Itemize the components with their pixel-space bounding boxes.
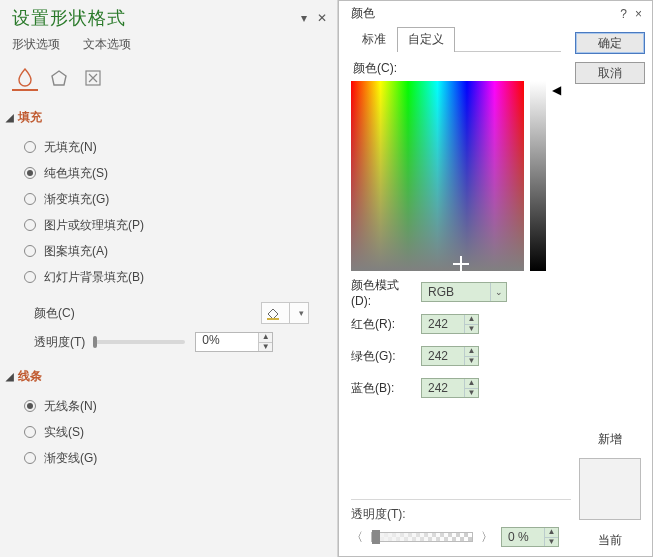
fill-section-title: 填充 bbox=[18, 109, 42, 126]
color-mode-row: 颜色模式(D): RGB ⌄ bbox=[351, 281, 561, 303]
close-icon[interactable]: × bbox=[635, 7, 642, 21]
effects-icon[interactable] bbox=[46, 65, 72, 91]
line-option-none[interactable]: 无线条(N) bbox=[24, 393, 337, 419]
svg-marker-0 bbox=[52, 71, 66, 85]
dialog-transparency-label: 透明度(T): bbox=[351, 506, 559, 523]
preview-current-swatch bbox=[580, 489, 640, 519]
dialog-transparency-input[interactable]: 0 % ▲▼ bbox=[501, 527, 559, 547]
fill-transparency-row: 透明度(T) 0% ▲▼ bbox=[0, 328, 337, 362]
fill-options: 无填充(N) 纯色填充(S) 渐变填充(G) 图片或纹理填充(P) 图案填充(A… bbox=[0, 132, 337, 298]
spin-down-icon[interactable]: ▼ bbox=[258, 342, 272, 351]
category-icons bbox=[0, 61, 337, 103]
svg-rect-2 bbox=[267, 318, 279, 320]
preview-new-swatch bbox=[580, 459, 640, 489]
preview-current-label: 当前 bbox=[598, 532, 622, 549]
preview-new-label: 新增 bbox=[598, 423, 622, 448]
spin-up-icon[interactable]: ▲ bbox=[464, 347, 478, 356]
ok-button[interactable]: 确定 bbox=[575, 32, 645, 54]
red-input[interactable]: 242 ▲▼ bbox=[421, 314, 479, 334]
help-icon[interactable]: ? bbox=[620, 7, 627, 21]
format-shape-pane: 设置形状格式 ▾ ✕ 形状选项 文本选项 ◢ 填充 无填充(N) 纯色填充(S)… bbox=[0, 0, 338, 557]
green-input[interactable]: 242 ▲▼ bbox=[421, 346, 479, 366]
spin-up-icon[interactable]: ▲ bbox=[258, 333, 272, 342]
slider-thumb[interactable] bbox=[372, 530, 380, 544]
dialog-main: 标准 自定义 颜色(C): ◀ 颜色模式(D): RGB ⌄ bbox=[339, 26, 569, 555]
color-field[interactable] bbox=[351, 81, 524, 271]
dialog-side: 确定 取消 新增 当前 bbox=[568, 26, 652, 555]
fill-option-pattern[interactable]: 图案填充(A) bbox=[24, 238, 337, 264]
spin-up-icon[interactable]: ▲ bbox=[544, 528, 558, 537]
value-slider[interactable] bbox=[530, 81, 546, 271]
chevron-down-icon: ▾ bbox=[299, 308, 304, 318]
transparency-input[interactable]: 0% ▲▼ bbox=[195, 332, 273, 352]
tab-shape-options[interactable]: 形状选项 bbox=[12, 37, 60, 51]
fill-option-gradient[interactable]: 渐变填充(G) bbox=[24, 186, 337, 212]
transparency-track[interactable] bbox=[371, 532, 473, 542]
fill-color-label: 颜色(C) bbox=[34, 305, 75, 322]
fill-option-solid[interactable]: 纯色填充(S) bbox=[24, 160, 337, 186]
line-section-title: 线条 bbox=[18, 368, 42, 385]
fill-color-row: 颜色(C) ▾ bbox=[0, 298, 337, 328]
red-row: 红色(R): 242 ▲▼ bbox=[351, 313, 561, 335]
fill-option-slide-bg[interactable]: 幻灯片背景填充(B) bbox=[24, 264, 337, 290]
green-label: 绿色(G): bbox=[351, 348, 415, 365]
fill-option-no-fill[interactable]: 无填充(N) bbox=[24, 134, 337, 160]
green-row: 绿色(G): 242 ▲▼ bbox=[351, 345, 561, 367]
blue-row: 蓝色(B): 242 ▲▼ bbox=[351, 377, 561, 399]
color-mode-label: 颜色模式(D): bbox=[351, 277, 415, 308]
color-preview bbox=[579, 458, 641, 520]
fill-line-icon[interactable] bbox=[12, 65, 38, 91]
fill-option-picture[interactable]: 图片或纹理填充(P) bbox=[24, 212, 337, 238]
pane-tabs: 形状选项 文本选项 bbox=[0, 32, 337, 61]
spin-down-icon[interactable]: ▼ bbox=[464, 356, 478, 365]
line-option-solid[interactable]: 实线(S) bbox=[24, 419, 337, 445]
tab-text-options[interactable]: 文本选项 bbox=[83, 37, 131, 51]
red-label: 红色(R): bbox=[351, 316, 415, 333]
tab-standard[interactable]: 标准 bbox=[351, 27, 397, 52]
value-pointer-icon[interactable]: ◀ bbox=[552, 83, 561, 97]
line-options: 无线条(N) 实线(S) 渐变线(G) bbox=[0, 391, 337, 479]
spin-down-icon[interactable]: ▼ bbox=[464, 324, 478, 333]
arrow-right-icon[interactable]: 〉 bbox=[481, 529, 493, 546]
color-mode-select[interactable]: RGB ⌄ bbox=[421, 282, 507, 302]
cancel-button[interactable]: 取消 bbox=[575, 62, 645, 84]
color-picker-label: 颜色(C): bbox=[351, 52, 561, 81]
close-icon[interactable]: ✕ bbox=[317, 11, 327, 25]
dialog-title: 颜色 bbox=[351, 5, 375, 22]
fill-section-header[interactable]: ◢ 填充 bbox=[0, 103, 337, 132]
paint-bucket-icon bbox=[266, 306, 280, 320]
collapse-icon: ◢ bbox=[6, 371, 14, 382]
chevron-down-icon: ⌄ bbox=[490, 283, 506, 301]
dialog-titlebar: 颜色 ? × bbox=[339, 1, 652, 26]
spin-down-icon[interactable]: ▼ bbox=[544, 537, 558, 546]
size-icon[interactable] bbox=[80, 65, 106, 91]
pane-header: 设置形状格式 ▾ ✕ bbox=[0, 0, 337, 32]
line-option-gradient[interactable]: 渐变线(G) bbox=[24, 445, 337, 471]
blue-input[interactable]: 242 ▲▼ bbox=[421, 378, 479, 398]
blue-label: 蓝色(B): bbox=[351, 380, 415, 397]
spin-up-icon[interactable]: ▲ bbox=[464, 379, 478, 388]
spin-up-icon[interactable]: ▲ bbox=[464, 315, 478, 324]
color-dialog: 颜色 ? × 标准 自定义 颜色(C): ◀ 颜 bbox=[338, 0, 653, 557]
arrow-left-icon[interactable]: 〈 bbox=[351, 529, 363, 546]
dialog-transparency-section: 透明度(T): 〈 〉 0 % ▲▼ bbox=[339, 499, 569, 547]
transparency-slider[interactable] bbox=[95, 340, 185, 344]
chevron-down-icon[interactable]: ▾ bbox=[301, 11, 307, 25]
tab-custom[interactable]: 自定义 bbox=[397, 27, 455, 52]
line-section-header[interactable]: ◢ 线条 bbox=[0, 362, 337, 391]
fill-transparency-label: 透明度(T) bbox=[34, 334, 85, 351]
pane-title: 设置形状格式 bbox=[12, 6, 126, 30]
collapse-icon: ◢ bbox=[6, 112, 14, 123]
color-tabs: 标准 自定义 bbox=[351, 30, 561, 52]
fill-color-button[interactable]: ▾ bbox=[261, 302, 309, 324]
spin-down-icon[interactable]: ▼ bbox=[464, 388, 478, 397]
